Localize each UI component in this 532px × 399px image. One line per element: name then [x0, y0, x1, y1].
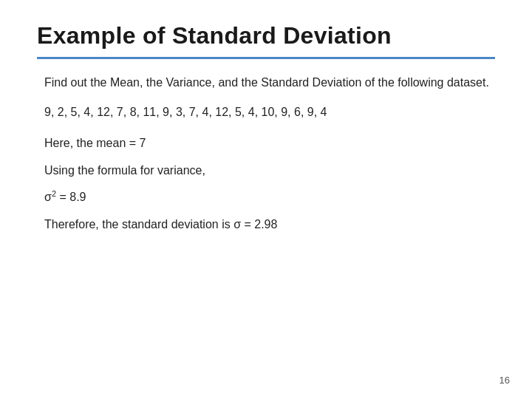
slide: Example of Standard Deviation Find out t… [0, 0, 532, 399]
variance-value: = 8.9 [56, 191, 86, 203]
formula-description: Using the formula for variance, [44, 164, 495, 177]
variance-result: σ2 = 8.9 [44, 189, 495, 204]
mean-line: Here, the mean = 7 [44, 134, 495, 152]
slide-title: Example of Standard Deviation [37, 22, 495, 50]
slide-content: Find out the Mean, the Variance, and the… [37, 74, 495, 233]
dataset-line: 9, 2, 5, 4, 12, 7, 8, 11, 9, 3, 7, 4, 12… [44, 103, 495, 121]
std-dev-conclusion: Therefore, the standard deviation is σ =… [44, 216, 495, 233]
sigma-symbol: σ [44, 191, 52, 203]
intro-text: Find out the Mean, the Variance, and the… [44, 74, 495, 92]
title-section: Example of Standard Deviation [37, 22, 495, 59]
page-number: 16 [499, 375, 510, 386]
